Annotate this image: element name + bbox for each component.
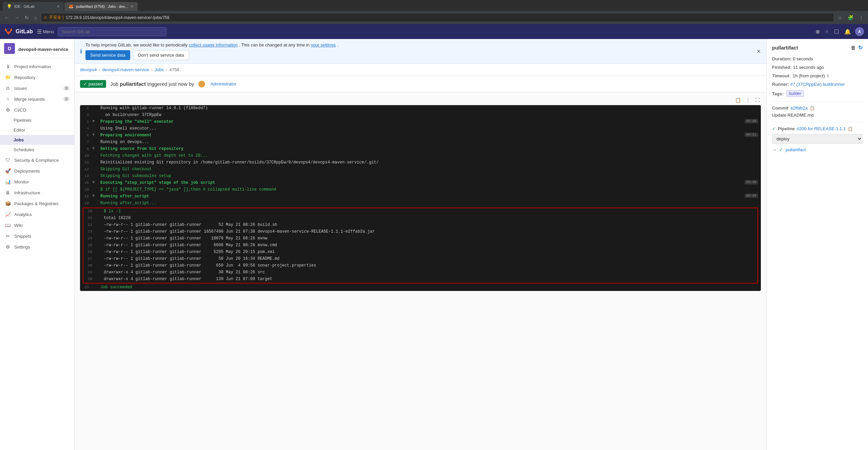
url-prefix: 不安全 | <box>49 15 63 20</box>
user-avatar[interactable]: A <box>855 27 864 36</box>
issues-icon: ⊙ <box>5 85 11 91</box>
sidebar-item-editor[interactable]: Editor <box>0 125 74 135</box>
sidebar-item-infrastructure[interactable]: 🖥 Infrastructure <box>0 187 74 198</box>
commit-hash-link[interactable]: e2ffab2a <box>790 105 807 111</box>
sidebar-item-snippets[interactable]: ✂ Snippets <box>0 231 74 241</box>
browser-actions: ☆ 🧩 ⋮ <box>836 14 865 21</box>
sidebar-item-pipelines[interactable]: Pipelines <box>0 115 74 125</box>
sidebar-item-jobs[interactable]: Jobs <box>0 135 74 145</box>
gitlab-logo[interactable]: GitLab <box>4 27 33 36</box>
sidebar-item-deployments[interactable]: 🚀 Deployments <box>0 165 74 176</box>
info-banner: ℹ To help improve GitLab, we would like … <box>75 39 766 64</box>
deployments-icon: 🚀 <box>5 168 11 174</box>
status-text: passed <box>88 81 103 86</box>
log-content-13: Skipping Git submodules setup <box>99 173 761 179</box>
snippets-icon: ✂ <box>5 233 11 239</box>
expand-icon-6[interactable]: ▼ <box>92 133 99 137</box>
bookmark-button[interactable]: ☆ <box>836 14 844 21</box>
runner-link[interactable]: #7 (37CRppEw) buildrunner <box>790 82 845 87</box>
timestamp-15: 00:00 <box>745 180 758 184</box>
breadcrumb-jobs[interactable]: Jobs <box>155 67 164 72</box>
new-item-button[interactable]: ⊕ <box>814 27 821 36</box>
expand-icon-15[interactable]: ▼ <box>92 180 99 185</box>
sidebar-item-merge-requests[interactable]: ⑃ Merge requests 0 <box>0 94 74 104</box>
retry-job-button[interactable]: ↻ <box>858 44 863 51</box>
home-button[interactable]: ⌂ <box>33 14 39 21</box>
banner-close-button[interactable]: ✕ <box>756 48 761 55</box>
sidebar-item-label: CI/CD <box>14 107 26 113</box>
log-content-7: Running on devops... <box>99 139 761 145</box>
browser-tab-1[interactable]: 💡 IDE · GitLab ✕ <box>3 2 64 11</box>
project-info-icon: ℹ <box>5 64 11 69</box>
log-content-26: -rw-rw-r-- 1 gitlab-runner gitlab-runner… <box>102 249 757 255</box>
reload-button[interactable]: ↻ <box>23 14 31 21</box>
sidebar-item-label: Infrastructure <box>14 190 40 195</box>
expand-icon-3[interactable]: ▼ <box>92 119 99 124</box>
issues-header-button[interactable]: ☐ <box>833 27 840 36</box>
log-line-24: 24 -rw-rw-r-- 1 gitlab-runner gitlab-run… <box>83 235 757 242</box>
log-content-29: drwxrwxr-x 4 gitlab-runner gitlab-runner… <box>102 270 757 275</box>
sidebar-item-label: Security & Compliance <box>14 158 59 163</box>
tab-2-close[interactable]: ✕ <box>131 4 134 9</box>
job-link[interactable]: pullartifact <box>786 147 806 152</box>
sidebar-item-security[interactable]: 🛡 Security & Compliance <box>0 155 74 165</box>
sidebar-item-repository[interactable]: 📁 Repository <box>0 72 74 83</box>
stage-selector[interactable]: deploy <box>772 134 863 144</box>
sidebar-item-cicd[interactable]: ⚙ CI/CD <box>0 104 74 115</box>
your-settings-link[interactable]: your settings <box>311 42 336 47</box>
forward-button[interactable]: → <box>13 14 21 21</box>
back-button[interactable]: ← <box>3 14 11 21</box>
expand-icon-18[interactable]: ▼ <box>92 194 99 198</box>
finished-row: Finished: 11 seconds ago <box>772 65 863 70</box>
sidebar-item-settings[interactable]: ⚙ Settings <box>0 241 74 252</box>
job-title: Job pullartifact triggered just now by <box>110 81 194 87</box>
search-input[interactable] <box>58 27 166 36</box>
delete-job-button[interactable]: 🗑 <box>851 45 855 51</box>
sidebar-item-issues[interactable]: ⊙ Issues 0 <box>0 83 74 94</box>
log-content-22: -rw-rw-r-- 1 gitlab-runner gitlab-runner… <box>102 222 757 228</box>
sidebar-item-project-information[interactable]: ℹ Project information <box>0 61 74 72</box>
sidebar-item-packages[interactable]: 📦 Packages & Registries <box>0 198 74 209</box>
expand-icon-9[interactable]: ▼ <box>92 146 99 151</box>
sidebar-item-monitor[interactable]: 📊 Monitor <box>0 176 74 187</box>
menu-button[interactable]: ☰ Menu <box>37 28 54 35</box>
breadcrumb-project[interactable]: devops4-maven-service <box>102 67 149 72</box>
commit-message-row: Update README.md <box>772 113 863 118</box>
copy-commit-icon[interactable]: 📋 <box>810 106 815 111</box>
log-content-24: -rw-rw-r-- 1 gitlab-runner gitlab-runner… <box>102 236 757 241</box>
breadcrumb-devops4[interactable]: devops4 <box>80 67 97 72</box>
extensions-button[interactable]: 🧩 <box>846 14 855 21</box>
browser-tab-2[interactable]: 🦊 pullartifact (#758) · Jobs · dev... ✕ <box>64 2 138 11</box>
sidebar-item-label: Issues <box>14 86 27 91</box>
breadcrumb: devops4 › devops4-maven-service › Jobs ›… <box>75 64 766 76</box>
sidebar-item-wiki[interactable]: 📖 Wiki <box>0 220 74 231</box>
merge-requests-badge: 0 <box>63 97 70 101</box>
log-line-30: 30 drwxrwxr-x 4 gitlab-runner gitlab-run… <box>83 276 757 283</box>
more-log-options-button[interactable]: ⋮ <box>745 96 751 104</box>
log-content-30: drwxrwxr-x 4 gitlab-runner gitlab-runner… <box>102 276 757 282</box>
timeout-info-icon[interactable]: ℹ <box>827 73 829 78</box>
pipeline-link[interactable]: #200 for RELEASE-1.1.1 <box>797 126 846 131</box>
dont-send-service-data-button[interactable]: Don't send service data <box>133 50 189 60</box>
fullscreen-log-button[interactable]: ⛶ <box>754 96 761 104</box>
copy-pipeline-icon[interactable]: 📋 <box>848 126 853 131</box>
notifications-button[interactable]: 🔔 <box>843 27 852 36</box>
merge-requests-header-button[interactable]: ⑃ <box>824 27 830 36</box>
log-line-13: 13 Skipping Git submodules setup <box>80 173 761 180</box>
send-service-data-button[interactable]: Send service data <box>85 50 130 60</box>
sidebar-item-schedules[interactable]: Schedules <box>0 145 74 155</box>
infrastructure-icon: 🖥 <box>5 190 11 195</box>
new-tab-button[interactable]: ＋ <box>138 5 143 11</box>
tab-1-close[interactable]: ✕ <box>57 4 60 9</box>
more-button[interactable]: ⋮ <box>857 14 865 21</box>
address-bar[interactable]: ⚠ 不安全 | 172.29.9.101/devops4/devops4-mav… <box>41 13 834 22</box>
log-line-18: 18 ▼ Running after_script 00:00 <box>80 193 761 200</box>
sidebar-item-analytics[interactable]: 📈 Analytics <box>0 209 74 220</box>
panel-divider-1 <box>772 101 863 101</box>
copy-log-button[interactable]: 📋 <box>734 96 742 104</box>
collect-usage-link[interactable]: collect usage information <box>189 42 238 47</box>
timestamp-6: 00:01 <box>745 133 758 137</box>
project-avatar: D <box>4 43 15 54</box>
triggered-text: triggered just now by <box>147 81 194 87</box>
log-line-7: 7 Running on devops... <box>80 139 761 146</box>
